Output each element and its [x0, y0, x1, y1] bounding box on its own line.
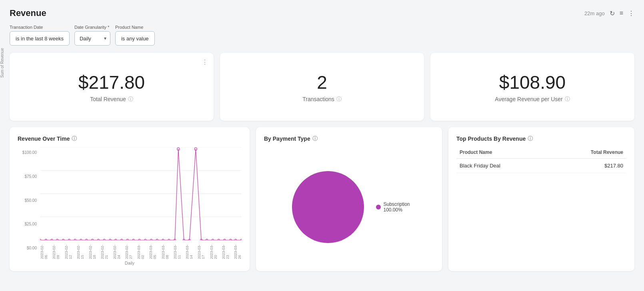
product-name-filter: Product Name is any value — [115, 25, 155, 46]
x-label-6: 2023-02-21 — [100, 241, 108, 259]
filter-icon[interactable]: ≡ — [620, 10, 623, 17]
x-label-8: 2023-02-27 — [125, 241, 133, 259]
more-options-icon[interactable]: ⋮ — [628, 10, 634, 17]
x-label-12: 2023-03-11 — [173, 241, 181, 259]
revenue-over-time-title: Revenue Over Time ⓘ — [18, 135, 242, 142]
svg-point-41 — [292, 171, 364, 243]
header-actions: 22m ago ↻ ≡ ⋮ — [584, 10, 634, 17]
avg-revenue-card: $108.90 Average Revenue per User ⓘ — [430, 53, 634, 121]
top-products-title: Top Products By Revenue ⓘ — [456, 135, 626, 142]
by-payment-type-title: By Payment Type ⓘ — [264, 135, 434, 142]
top-products-card: Top Products By Revenue ⓘ Product Name T… — [448, 127, 634, 271]
pie-and-legend: Subscription100.00% — [288, 167, 410, 247]
y-tick-1: $100.00 — [22, 150, 37, 155]
transactions-info-icon[interactable]: ⓘ — [336, 96, 342, 103]
card-more-icon[interactable]: ⋮ — [202, 58, 208, 66]
transaction-date-filter: Transaction Date is in the last 8 weeks — [10, 25, 70, 46]
page-title: Revenue — [10, 8, 46, 18]
top-products-table: Product Name Total Revenue Black Friday … — [456, 147, 626, 173]
transaction-date-label: Transaction Date — [10, 25, 70, 30]
by-payment-type-info-icon[interactable]: ⓘ — [312, 135, 318, 142]
y-tick-4: $25.00 — [24, 222, 37, 226]
table-header-row: Product Name Total Revenue — [456, 147, 626, 159]
by-payment-type-card: By Payment Type ⓘ Subscription100.00% — [256, 127, 442, 271]
legend-label-subscription: Subscription100.00% — [383, 201, 410, 213]
transactions-label: Transactions ⓘ — [302, 96, 342, 103]
table-row: Black Friday Deal $217.80 — [456, 159, 626, 173]
pie-chart-svg — [288, 167, 368, 247]
product-name-button[interactable]: is any value — [115, 31, 155, 46]
x-label-5: 2023-02-18 — [88, 241, 96, 259]
x-label-9: 2023-03-02 — [137, 241, 145, 259]
page-container: Revenue 22m ago ↻ ≡ ⋮ Transaction Date i… — [0, 0, 644, 279]
avg-revenue-info-icon[interactable]: ⓘ — [565, 96, 570, 103]
pie-chart-container: Subscription100.00% — [264, 147, 434, 263]
y-tick-2: $75.00 — [24, 174, 37, 179]
revenue-over-time-info-icon[interactable]: ⓘ — [72, 135, 77, 142]
transaction-date-button[interactable]: is in the last 8 weeks — [10, 31, 70, 46]
x-label-15: 2023-03-20 — [210, 241, 218, 259]
page-header: Revenue 22m ago ↻ ≡ ⋮ — [10, 8, 634, 18]
x-label-4: 2023-02-15 — [76, 241, 84, 259]
x-label-10: 2023-03-05 — [149, 241, 157, 259]
top-products-info-icon[interactable]: ⓘ — [528, 135, 533, 142]
transactions-value: 2 — [317, 72, 327, 93]
revenue-over-time-chart — [40, 147, 242, 240]
refresh-icon[interactable]: ↻ — [610, 10, 615, 17]
col-total-revenue: Total Revenue — [550, 147, 626, 159]
date-granularity-select-wrapper: Daily Weekly Monthly — [74, 31, 110, 46]
x-label-3: 2023-02-12 — [64, 241, 72, 259]
legend-dot-subscription — [376, 205, 381, 209]
product-name-cell: Black Friday Deal — [456, 159, 550, 173]
total-revenue-info-icon[interactable]: ⓘ — [128, 96, 133, 103]
last-updated-timestamp: 22m ago — [584, 10, 605, 16]
product-revenue-cell: $217.80 — [550, 159, 626, 173]
x-label-7: 2023-02-24 — [113, 241, 121, 259]
x-axis-label: Daily — [18, 261, 242, 265]
x-label-2: 2023-02-09 — [52, 241, 60, 259]
y-tick-3: $50.00 — [24, 198, 37, 203]
date-granularity-filter: Date Granularity * Daily Weekly Monthly — [74, 25, 110, 46]
charts-row: Revenue Over Time ⓘ $100.00 $75.00 $50.0… — [10, 127, 634, 271]
x-label-14: 2023-03-17 — [197, 241, 205, 259]
date-granularity-select[interactable]: Daily Weekly Monthly — [74, 31, 110, 46]
x-label-1: 2023-02-06 — [40, 241, 48, 259]
pie-legend: Subscription100.00% — [376, 201, 410, 213]
x-label-16: 2023-03-23 — [222, 241, 230, 259]
transactions-card: 2 Transactions ⓘ — [220, 53, 424, 121]
x-label-13: 2023-03-14 — [185, 241, 193, 259]
y-axis-label: Sum of Revenue — [0, 48, 4, 78]
col-product-name: Product Name — [456, 147, 550, 159]
date-granularity-label: Date Granularity * — [74, 25, 110, 30]
total-revenue-label: Total Revenue ⓘ — [90, 96, 133, 103]
x-label-17: 2023-03-26 — [234, 241, 242, 259]
filters-bar: Transaction Date is in the last 8 weeks … — [10, 25, 634, 46]
total-revenue-value: $217.80 — [78, 72, 145, 93]
product-name-label: Product Name — [115, 25, 155, 30]
avg-revenue-value: $108.90 — [499, 72, 566, 93]
x-label-11: 2023-03-08 — [161, 241, 169, 259]
y-tick-5: $0.00 — [27, 246, 37, 250]
revenue-over-time-card: Revenue Over Time ⓘ $100.00 $75.00 $50.0… — [10, 127, 250, 271]
legend-item-subscription: Subscription100.00% — [376, 201, 410, 213]
avg-revenue-label: Average Revenue per User ⓘ — [495, 96, 570, 103]
total-revenue-card: ⋮ $217.80 Total Revenue ⓘ — [10, 53, 214, 121]
metrics-row: ⋮ $217.80 Total Revenue ⓘ 2 Transactions… — [10, 53, 634, 121]
